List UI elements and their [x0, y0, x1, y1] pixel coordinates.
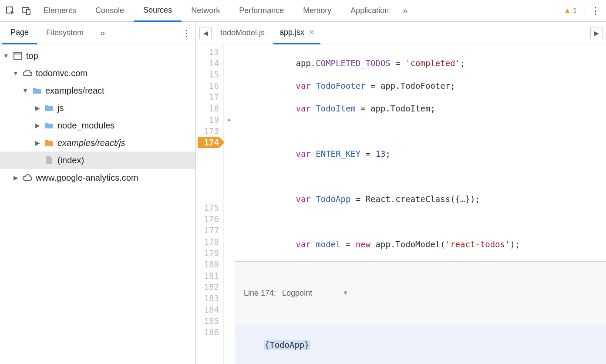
warning-count[interactable]: ▲ 1	[558, 6, 582, 15]
navigator-tab-filesystem[interactable]: Filesystem	[37, 22, 92, 44]
line-number[interactable]: 177	[198, 225, 219, 236]
fold-marker	[224, 202, 235, 213]
folder-icon	[32, 86, 42, 95]
line-number[interactable]	[198, 189, 219, 202]
tab-label: app.jsx	[279, 28, 304, 37]
folder-icon	[44, 103, 54, 113]
line-number[interactable]: 175	[198, 202, 219, 213]
line-number[interactable]	[198, 148, 219, 162]
tree-node-folder[interactable]: ▶ js	[0, 99, 195, 117]
cloud-icon	[23, 68, 32, 78]
line-gutter[interactable]: 1314151617181917317417517617717817918018…	[196, 44, 224, 364]
tree-node-domain[interactable]: ▼ todomvc.com	[0, 64, 195, 82]
chevron-down-icon: ▼	[343, 287, 348, 299]
show-debugger-icon[interactable]: ▶	[590, 27, 603, 39]
code-line: var TodoFooter = app.TodoFooter;	[256, 80, 606, 91]
fold-marker	[224, 270, 235, 281]
tree-node-folder[interactable]: ▼ examples/react	[0, 82, 195, 99]
editor-tab[interactable]: todoModel.js	[214, 22, 271, 44]
fold-marker	[224, 103, 235, 114]
tab-network[interactable]: Network	[182, 0, 229, 22]
line-number[interactable]: 181	[198, 270, 219, 281]
inspect-element-icon[interactable]	[3, 3, 18, 19]
fold-toggle-icon[interactable]: ▶	[224, 114, 235, 125]
nav-back-icon[interactable]: ◀	[199, 27, 212, 39]
fold-marker	[224, 281, 235, 293]
tab-application[interactable]: Application	[341, 0, 398, 22]
navigator-kebab-icon[interactable]: ⋮	[179, 28, 194, 38]
chevron-right-icon: ▶	[34, 139, 41, 146]
tree-node-folder[interactable]: ▶ node_modules	[0, 117, 195, 134]
chevron-down-icon: ▼	[12, 70, 19, 77]
editor-panel: ◀ todoModel.js app.jsx ✕ ▶ 1314151617181…	[196, 22, 606, 364]
kebab-menu-icon[interactable]: ⋮	[588, 3, 603, 19]
breakpoint-expression-input[interactable]: {TodoApp}	[235, 324, 606, 364]
code-line: app.COMPLETED_TODOS = 'completed';	[256, 57, 606, 69]
fold-marker	[224, 91, 235, 103]
tab-memory[interactable]: Memory	[293, 0, 341, 22]
tree-label: examples/react	[45, 86, 104, 96]
code-line: var ENTER_KEY = 13;	[256, 148, 606, 159]
line-number[interactable]: 186	[198, 327, 219, 338]
line-number[interactable]: 184	[198, 304, 219, 315]
main-split: Page Filesystem » ⋮ ▼ top ▼ todomvc.com …	[0, 22, 606, 364]
tree-label: examples/react/js	[57, 138, 125, 148]
breakpoint-type-select[interactable]: Logpoint ▼	[282, 287, 348, 299]
fold-marker	[224, 259, 235, 270]
breakpoint-editor: Line 174: Logpoint ▼ {TodoApp}	[235, 261, 606, 364]
line-number[interactable]: 18	[198, 103, 219, 114]
fold-column: ▶	[224, 44, 235, 364]
more-tabs-icon[interactable]: »	[398, 0, 412, 22]
line-number[interactable]	[198, 162, 219, 175]
tree-node-folder[interactable]: ▶ examples/react/js	[0, 134, 195, 152]
line-number[interactable]: 15	[198, 69, 219, 80]
tree-node-top[interactable]: ▼ top	[0, 47, 195, 64]
line-number[interactable]: 178	[198, 236, 219, 247]
code-line: var TodoItem = app.TodoItem;	[256, 103, 606, 114]
fold-marker	[224, 315, 235, 327]
close-icon[interactable]: ✕	[309, 28, 314, 37]
fold-marker	[224, 175, 235, 189]
fold-marker	[224, 293, 235, 304]
cloud-icon	[23, 173, 32, 182]
line-number[interactable]	[198, 175, 219, 189]
fold-marker	[224, 148, 235, 162]
fold-marker	[224, 162, 235, 175]
tab-console[interactable]: Console	[86, 0, 134, 22]
fold-marker	[224, 137, 235, 148]
code-line	[256, 216, 606, 227]
fold-marker	[224, 304, 235, 315]
device-toolbar-icon[interactable]	[18, 3, 34, 19]
line-number[interactable]: 17	[198, 91, 219, 103]
editor-tab[interactable]: app.jsx ✕	[273, 22, 320, 44]
tab-elements[interactable]: Elements	[34, 0, 86, 22]
line-number[interactable]: 14	[198, 57, 219, 69]
line-number[interactable]: 182	[198, 281, 219, 293]
code-editor[interactable]: 1314151617181917317417517617717817918018…	[196, 44, 606, 364]
tree-node-domain[interactable]: ▶ www.google-analytics.com	[0, 169, 195, 186]
line-number[interactable]: 176	[198, 213, 219, 225]
fold-marker	[224, 247, 235, 259]
svg-rect-2	[27, 10, 30, 15]
line-number[interactable]: 16	[198, 80, 219, 91]
bp-expression-value: {TodoApp}	[264, 340, 310, 350]
tab-performance[interactable]: Performance	[229, 0, 293, 22]
line-number[interactable]: 185	[198, 315, 219, 327]
line-number[interactable]: 13	[198, 46, 219, 57]
tab-sources[interactable]: Sources	[134, 0, 182, 22]
fold-marker	[224, 189, 235, 202]
line-number[interactable]: 180	[198, 259, 219, 270]
line-number[interactable]: 174	[198, 137, 219, 148]
line-number[interactable]: 19	[198, 114, 219, 125]
navigator-more-icon[interactable]: »	[100, 28, 105, 38]
line-number[interactable]: 183	[198, 293, 219, 304]
editor-tab-bar: ◀ todoModel.js app.jsx ✕ ▶	[196, 22, 606, 44]
fold-marker	[224, 69, 235, 80]
chevron-down-icon: ▼	[3, 52, 10, 59]
line-number[interactable]: 179	[198, 247, 219, 259]
navigator-tab-page[interactable]: Page	[2, 22, 37, 44]
navigator-panel: Page Filesystem » ⋮ ▼ top ▼ todomvc.com …	[0, 22, 196, 364]
tree-node-file[interactable]: (index)	[0, 152, 195, 169]
code-content[interactable]: app.COMPLETED_TODOS = 'completed'; var T…	[235, 44, 606, 364]
line-number[interactable]: 173	[198, 125, 219, 137]
